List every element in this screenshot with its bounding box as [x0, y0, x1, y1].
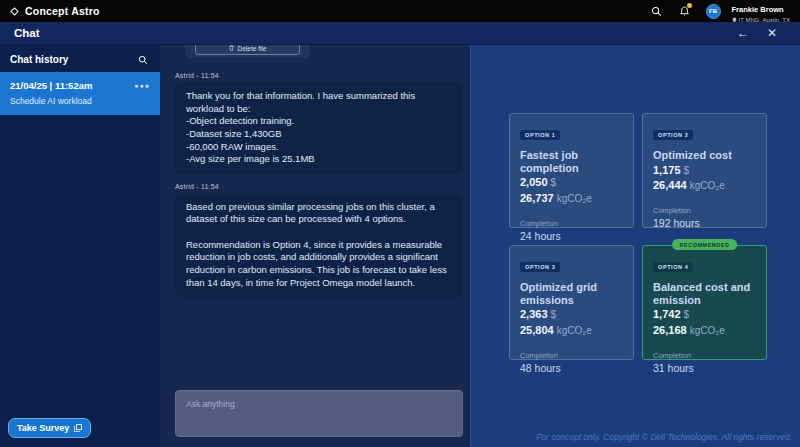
delete-file-button[interactable]: Delete file — [195, 45, 300, 55]
external-link-icon — [74, 424, 82, 432]
options-grid: OPTION 1 Fastest job completion 2,050 $ … — [509, 113, 767, 360]
option-cost: 2,050 $ — [520, 176, 623, 190]
message-author-time: Astrid - 11:54 — [175, 183, 463, 190]
option-emissions: 26,737 kgCO₂e — [520, 192, 623, 206]
option-badge: OPTION 3 — [520, 262, 560, 272]
back-arrow-icon[interactable]: ← — [728, 26, 758, 40]
top-bar: Concept Astro FB Frankie Brown IT MNG, A… — [0, 0, 800, 22]
completion-value: 31 hours — [653, 362, 756, 374]
option-cost: 2,363 $ — [520, 308, 623, 322]
app-logo-icon — [10, 7, 19, 16]
completion-label: Completion — [653, 351, 756, 360]
trash-icon — [229, 45, 234, 51]
message-bubble: Thank you for that information. I have s… — [175, 82, 463, 174]
page-title: Chat — [14, 27, 40, 39]
close-icon[interactable]: ✕ — [758, 26, 786, 40]
completion-value: 192 hours — [653, 217, 756, 229]
option-badge: OPTION 2 — [653, 130, 693, 140]
option-emissions: 26,168 kgCO₂e — [653, 324, 756, 338]
completion-label: Completion — [520, 219, 623, 228]
history-item-timestamp: 21/04/25 | 11:52am — [10, 80, 92, 91]
chat-message-area: Delete file Astrid - 11:54 Thank you for… — [160, 45, 470, 447]
sidebar-title: Chat history — [10, 54, 68, 65]
notifications-bell-icon[interactable] — [674, 0, 696, 22]
app-title: Concept Astro — [25, 5, 100, 17]
option-card-3[interactable]: OPTION 3 Optimized grid emissions 2,363 … — [509, 245, 634, 360]
history-item-selected[interactable]: 21/04/25 | 11:52am ●●● Schedule AI workl… — [0, 72, 160, 115]
notification-dot — [687, 3, 692, 8]
completion-label: Completion — [653, 206, 756, 215]
option-card-4-recommended[interactable]: RECOMMENDED OPTION 4 Balanced cost and e… — [642, 245, 767, 360]
search-icon[interactable] — [646, 0, 668, 22]
user-info: Frankie Brown IT MNG, Austin, TX — [732, 0, 790, 24]
completion-label: Completion — [520, 351, 623, 360]
delete-file-label: Delete file — [238, 45, 267, 52]
message-list: Astrid - 11:54 Thank you for that inform… — [175, 72, 463, 306]
option-card-1[interactable]: OPTION 1 Fastest job completion 2,050 $ … — [509, 113, 634, 228]
file-attachment-bubble: Delete file — [185, 45, 310, 58]
recommended-badge: RECOMMENDED — [672, 239, 738, 250]
copyright-footer: For concept only. Copyright © Dell Techn… — [536, 432, 792, 442]
option-badge: OPTION 4 — [653, 262, 693, 272]
option-emissions: 25,804 kgCO₂e — [520, 324, 623, 338]
message-author-time: Astrid - 11:54 — [175, 72, 463, 79]
option-emissions: 26,444 kgCO₂e — [653, 179, 756, 193]
completion-value: 48 hours — [520, 362, 623, 374]
option-cost: 1,175 $ — [653, 164, 756, 178]
option-title: Fastest job completion — [520, 149, 623, 174]
take-survey-label: Take Survey — [17, 423, 69, 433]
more-options-icon[interactable]: ●●● — [134, 82, 150, 89]
take-survey-button[interactable]: Take Survey — [8, 418, 91, 438]
message-bubble: Based on previous similar processing job… — [175, 193, 463, 297]
option-title: Optimized grid emissions — [520, 281, 623, 306]
option-badge: OPTION 1 — [520, 130, 560, 140]
options-panel: OPTION 1 Fastest job completion 2,050 $ … — [470, 45, 800, 447]
option-cost: 1,742 $ — [653, 308, 756, 322]
app-window: Concept Astro FB Frankie Brown IT MNG, A… — [0, 0, 800, 447]
chat-header: Chat ← ✕ — [0, 22, 800, 45]
history-search-icon[interactable] — [138, 55, 148, 65]
option-card-2[interactable]: OPTION 2 Optimized cost 1,175 $ 26,444 k… — [642, 113, 767, 228]
option-title: Balanced cost and emission — [653, 281, 756, 306]
history-item-subtitle: Schedule AI workload — [10, 96, 150, 106]
user-name: Frankie Brown — [732, 5, 784, 14]
option-title: Optimized cost — [653, 149, 756, 162]
chat-input[interactable] — [175, 390, 463, 437]
avatar[interactable]: FB — [706, 4, 721, 19]
chat-history-sidebar: Chat history 21/04/25 | 11:52am ●●● Sche… — [0, 45, 160, 447]
completion-value: 24 hours — [520, 230, 623, 242]
